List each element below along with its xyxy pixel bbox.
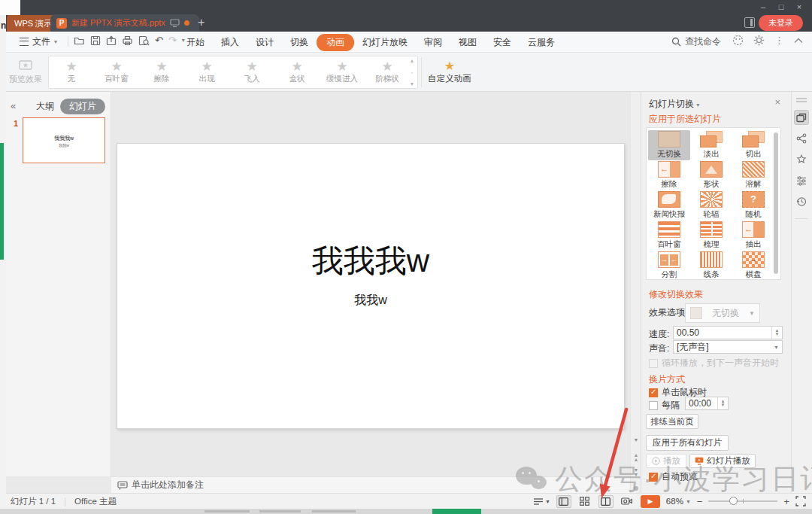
save-icon[interactable] bbox=[90, 35, 101, 46]
zoom-in-button[interactable]: + bbox=[783, 496, 789, 507]
interval-stepper[interactable]: ▲▼ bbox=[717, 397, 728, 409]
next-slide-icon[interactable]: ▼▼ bbox=[633, 468, 639, 477]
slide-subtitle-text[interactable]: 我我w bbox=[117, 293, 624, 309]
pane-title[interactable]: 幻灯片切换 ▾ bbox=[649, 98, 699, 111]
slideshow-view-button[interactable] bbox=[620, 495, 635, 508]
speed-stepper[interactable]: ▲▼ bbox=[771, 327, 782, 339]
menu-tab-审阅[interactable]: 审阅 bbox=[416, 35, 450, 50]
zoom-slider[interactable] bbox=[708, 500, 777, 502]
slide-sorter-view-button[interactable] bbox=[577, 495, 592, 508]
normal-view-button[interactable] bbox=[556, 495, 571, 508]
transition-option-百叶窗[interactable]: 百叶窗 bbox=[648, 221, 690, 251]
history-pane-icon[interactable] bbox=[794, 194, 809, 209]
more-options-dots-icon[interactable]: ⋮ bbox=[774, 35, 784, 46]
animation-option-盒状[interactable]: ★盒状 bbox=[274, 56, 320, 88]
file-menu-button[interactable]: 文件 ▾ bbox=[20, 35, 57, 48]
transition-option-线条[interactable]: 线条 bbox=[690, 251, 732, 281]
share-pane-icon[interactable] bbox=[794, 131, 809, 146]
menu-tab-云服务[interactable]: 云服务 bbox=[520, 35, 563, 50]
speed-input[interactable]: 00.50 ▲▼ bbox=[673, 326, 783, 339]
zoom-slider-knob[interactable] bbox=[729, 497, 738, 505]
transition-option-无切换[interactable]: 无切换 bbox=[648, 130, 690, 160]
auto-preview-row[interactable]: 自动预览 bbox=[649, 470, 698, 483]
transition-option-梳理[interactable]: 梳理 bbox=[690, 221, 732, 251]
animation-option-擦除[interactable]: ★擦除 bbox=[139, 56, 184, 88]
close-window-button[interactable]: × bbox=[794, 2, 804, 11]
animation-option-百叶窗[interactable]: ★百叶窗 bbox=[94, 56, 139, 88]
menu-tab-动画[interactable]: 动画 bbox=[317, 34, 354, 51]
scroll-down-icon[interactable]: ▼ bbox=[633, 438, 639, 443]
animation-pane-icon[interactable] bbox=[794, 152, 809, 167]
apply-to-all-button[interactable]: 应用于所有幻灯片 bbox=[646, 435, 729, 451]
theme-name[interactable]: Office 主题 bbox=[74, 496, 117, 507]
transition-option-抽出[interactable]: 抽出 bbox=[732, 221, 774, 251]
collapse-ribbon-chevron-icon[interactable] bbox=[794, 38, 803, 44]
slide-thumbnail[interactable]: 我我我w 我我w bbox=[23, 117, 105, 163]
custom-animation-button[interactable]: ★ 自定义动画 bbox=[426, 56, 474, 88]
menu-tab-安全[interactable]: 安全 bbox=[485, 35, 520, 50]
transition-option-分割[interactable]: 分割 bbox=[648, 251, 690, 281]
previous-slide-icon[interactable]: ▲▲ bbox=[633, 453, 639, 462]
menu-tab-幻灯片放映[interactable]: 幻灯片放映 bbox=[354, 35, 416, 50]
tab-slides[interactable]: 幻灯片 bbox=[60, 99, 105, 114]
gallery-scroll-buttons[interactable]: ▲▪▼ bbox=[408, 58, 416, 87]
maximize-button[interactable]: □ bbox=[776, 2, 786, 11]
print-preview-icon[interactable] bbox=[138, 35, 150, 46]
auto-advance-checkbox[interactable] bbox=[649, 401, 658, 410]
play-transition-button[interactable]: 播放 bbox=[646, 454, 686, 468]
gallery-scroll-up-icon[interactable]: ▲ bbox=[410, 58, 415, 63]
minimize-button[interactable]: – bbox=[758, 2, 768, 11]
feedback-smiley-icon[interactable] bbox=[732, 35, 744, 46]
collapse-panel-button[interactable]: « bbox=[11, 100, 16, 111]
zoom-percentage[interactable]: 68%▼ bbox=[666, 497, 691, 506]
slide-title-text[interactable]: 我我我w bbox=[117, 240, 624, 282]
document-tab[interactable]: P 新建 PPTX 演示文稿.pptx bbox=[50, 14, 199, 32]
print-icon[interactable] bbox=[122, 35, 133, 46]
transition-option-溶解[interactable]: 溶解 bbox=[732, 160, 774, 190]
fit-to-window-icon[interactable] bbox=[795, 496, 806, 506]
preview-effect-button[interactable]: 预览效果 bbox=[6, 56, 45, 88]
transition-option-淡出[interactable]: 淡出 bbox=[690, 130, 732, 160]
animation-option-阶梯状[interactable]: ★阶梯状 bbox=[365, 56, 410, 88]
zoom-out-button[interactable]: − bbox=[697, 496, 703, 507]
animation-option-出现[interactable]: ★出现 bbox=[184, 56, 229, 88]
animation-option-缓慢进入[interactable]: ★缓慢进入 bbox=[320, 56, 365, 88]
reading-view-button[interactable] bbox=[598, 495, 614, 508]
tab-outline[interactable]: 大纲 bbox=[36, 100, 54, 113]
transition-option-形状[interactable]: 形状 bbox=[690, 160, 732, 190]
export-icon[interactable] bbox=[106, 35, 117, 46]
effect-option-dropdown[interactable]: 无切换 ▼ bbox=[685, 303, 760, 323]
loop-sound-checkbox-row[interactable]: 循环播放，到下一声音开始时 bbox=[649, 357, 779, 370]
notes-toggle-button[interactable]: ▼ bbox=[533, 497, 550, 506]
transition-scrollbar-thumb[interactable] bbox=[774, 132, 778, 274]
login-button[interactable]: 未登录 bbox=[759, 15, 803, 31]
find-command-search[interactable]: 查找命令 bbox=[671, 35, 721, 48]
transition-option-轮辐[interactable]: 轮辐 bbox=[690, 190, 732, 221]
auto-preview-checkbox[interactable] bbox=[649, 473, 658, 482]
interval-input[interactable]: 00:00 ▲▼ bbox=[685, 397, 729, 410]
transition-option-切出[interactable]: 切出 bbox=[732, 130, 774, 160]
slide-editing-area[interactable]: 我我我w 我我w bbox=[117, 143, 625, 429]
animation-option-无[interactable]: ★无 bbox=[49, 56, 94, 88]
transition-pane-icon[interactable] bbox=[794, 110, 809, 125]
slideshow-play-button[interactable]: 幻灯片播放 bbox=[689, 454, 756, 468]
sound-dropdown[interactable]: [无声音] ▼ bbox=[673, 340, 783, 354]
transition-option-新闻快报[interactable]: 新闻快报 bbox=[648, 190, 690, 221]
menu-tab-视图[interactable]: 视图 bbox=[450, 35, 485, 50]
canvas-scrollbar[interactable]: ▼ ▲▲ ▼▼ bbox=[630, 92, 641, 493]
open-file-icon[interactable] bbox=[74, 35, 85, 46]
play-slideshow-button[interactable]: ▶ bbox=[641, 495, 660, 508]
animation-option-飞入[interactable]: ★飞入 bbox=[229, 56, 274, 88]
on-mouse-click-checkbox[interactable] bbox=[649, 388, 658, 397]
close-pane-icon[interactable]: × bbox=[774, 96, 780, 108]
notes-bar[interactable]: 单击此处添加备注 bbox=[111, 476, 630, 493]
transition-option-擦除[interactable]: 擦除 bbox=[648, 160, 690, 190]
gallery-scroll-down-icon[interactable]: ▼ bbox=[410, 81, 415, 87]
loop-sound-checkbox[interactable] bbox=[649, 359, 658, 368]
transition-option-棋盘[interactable]: 棋盘 bbox=[732, 251, 774, 281]
rehearse-button[interactable]: 排练当前页 bbox=[646, 414, 698, 429]
menu-tab-插入[interactable]: 插入 bbox=[213, 35, 247, 50]
drag-handle-icon[interactable] bbox=[796, 98, 807, 99]
redo-icon[interactable]: ↷ bbox=[168, 35, 177, 46]
split-window-icon[interactable] bbox=[744, 17, 755, 28]
